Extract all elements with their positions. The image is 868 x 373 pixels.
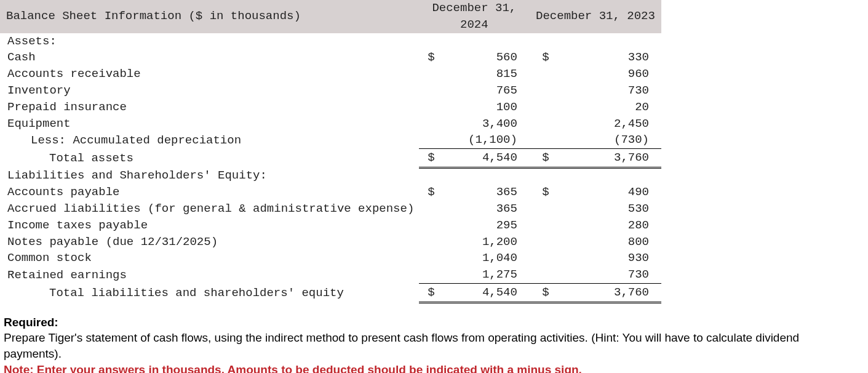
row-total-liabilities-equity: Total liabilities and shareholders' equi… xyxy=(0,284,661,303)
section-heading-liabilities: Liabilities and Shareholders' Equity: xyxy=(0,167,661,184)
required-block: Required: Prepare Tiger's statement of c… xyxy=(0,303,861,373)
row-income-taxes-payable: Income taxes payable 295 280 xyxy=(0,217,661,234)
table-title: Balance Sheet Information ($ in thousand… xyxy=(0,0,419,33)
required-body: Prepare Tiger's statement of cash flows,… xyxy=(4,330,858,361)
row-accrued-liabilities: Accrued liabilities (for general & admin… xyxy=(0,201,661,217)
row-cash: Cash $ 560 $ 330 xyxy=(0,49,661,66)
row-accounts-payable: Accounts payable $ 365 $ 490 xyxy=(0,184,661,201)
row-common-stock: Common stock 1,040 930 xyxy=(0,250,661,267)
col-header-2023: December 31, 2023 xyxy=(530,0,661,33)
row-notes-payable: Notes payable (due 12/31/2025) 1,200 800 xyxy=(0,234,661,251)
col-header-2024-line2: 2024 xyxy=(419,17,530,33)
balance-sheet-table: Balance Sheet Information ($ in thousand… xyxy=(0,0,661,303)
row-retained-earnings: Retained earnings 1,275 730 xyxy=(0,267,661,283)
row-inventory: Inventory 765 730 xyxy=(0,82,661,99)
row-accumulated-depreciation: Less: Accumulated depreciation (1,100) (… xyxy=(0,132,661,148)
required-heading: Required: xyxy=(4,315,858,331)
row-prepaid-insurance: Prepaid insurance 100 20 xyxy=(0,99,661,116)
row-equipment: Equipment 3,400 2,450 xyxy=(0,116,661,132)
col-header-2024-line1: December 31, xyxy=(419,0,530,17)
section-heading-assets: Assets: xyxy=(0,33,661,50)
required-note: Note: Enter your answers in thousands. A… xyxy=(4,362,858,373)
row-total-assets: Total assets $ 4,540 $ 3,760 xyxy=(0,149,661,168)
row-accounts-receivable: Accounts receivable 815 960 xyxy=(0,66,661,82)
